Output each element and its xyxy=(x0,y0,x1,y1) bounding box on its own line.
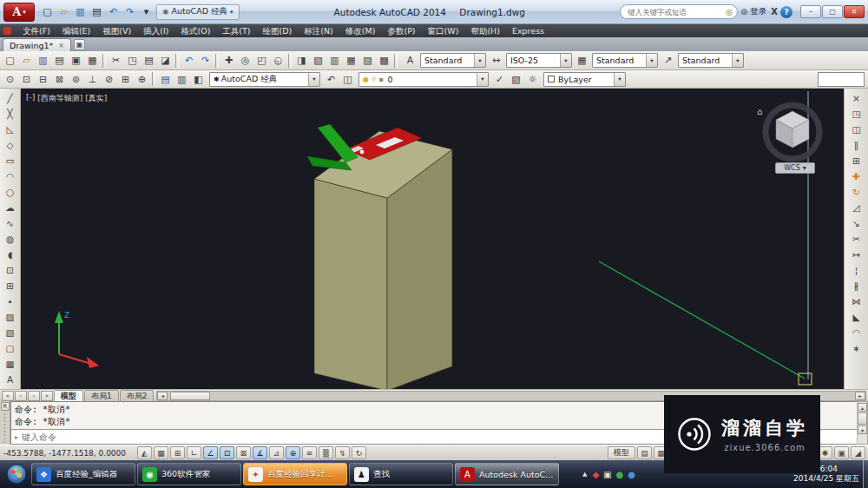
offset-tool[interactable]: ∥ xyxy=(848,137,865,152)
snap-midpoint[interactable]: ⊟ xyxy=(35,71,51,87)
layout1-tab[interactable]: 布局1 xyxy=(84,390,119,401)
next-tab-button[interactable]: › xyxy=(28,391,40,401)
infer-constraints[interactable]: ◭ xyxy=(137,446,152,459)
toolbar-lock[interactable]: ▣ xyxy=(834,446,849,459)
layer-states-manager[interactable]: ▥ xyxy=(174,71,190,87)
separator[interactable] xyxy=(215,54,219,68)
plot[interactable]: ▤ xyxy=(51,53,68,69)
qat-plot[interactable]: ▤ xyxy=(89,4,104,19)
snap-settings[interactable]: ⊕ xyxy=(134,71,150,87)
layer-walk[interactable]: ▧ xyxy=(508,71,524,87)
create-block-tool[interactable]: ⊞ xyxy=(2,278,18,293)
minimize-button[interactable]: – xyxy=(800,5,821,18)
task-qq-find[interactable]: ♟ 查找 xyxy=(349,463,453,485)
separator[interactable] xyxy=(175,54,179,68)
polygon-tool[interactable]: ◇ xyxy=(2,137,18,152)
break-tool[interactable]: ∦ xyxy=(848,278,865,293)
model-box-front-face[interactable] xyxy=(314,179,387,389)
model-green-handle-arm[interactable] xyxy=(318,124,358,162)
application-menu-button[interactable]: A ▾ xyxy=(3,3,35,22)
snap-mode[interactable]: ▦ xyxy=(154,446,168,459)
search-icon[interactable]: ◎ xyxy=(726,8,733,16)
task-baidu-jingyan-editor[interactable]: ❖ 百度经验_编辑器 xyxy=(31,463,135,485)
quick-calc[interactable]: ▩ xyxy=(376,53,392,69)
rotate-tool[interactable]: ↻ xyxy=(848,184,865,199)
line-tool[interactable]: ╱ xyxy=(2,90,18,105)
viewport-visual-style-control[interactable]: [真实] xyxy=(85,93,107,104)
revision-cloud-tool[interactable]: ☁ xyxy=(2,200,18,214)
make-object-layer-current[interactable]: ✓ xyxy=(491,71,508,87)
layer-previous[interactable]: ↶ xyxy=(323,71,339,87)
chevron-down-icon[interactable]: ▾ xyxy=(477,73,488,86)
polar-tracking[interactable]: ∠ xyxy=(203,446,218,459)
tool-palettes[interactable]: ▥ xyxy=(326,53,343,69)
mirror-tool[interactable]: ◫ xyxy=(848,122,865,136)
insert-block-tool[interactable]: ⊡ xyxy=(2,262,18,277)
spline-tool[interactable]: ∿ xyxy=(2,215,18,230)
new-drawing[interactable]: ▢ xyxy=(2,53,18,69)
menu-format[interactable]: 格式(O) xyxy=(174,24,216,37)
menu-help[interactable]: 帮助(H) xyxy=(464,24,506,37)
search-input[interactable] xyxy=(628,8,726,16)
color-control-dropdown[interactable]: ByLayer ▾ xyxy=(543,72,626,87)
mleader-style-combo[interactable]: Standard ▾ xyxy=(678,53,744,68)
object-snap[interactable]: ⊡ xyxy=(220,446,234,459)
quick-view-layouts[interactable]: ▤ xyxy=(637,446,652,459)
region-tool[interactable]: ▢ xyxy=(2,340,18,355)
object-snap-tracking[interactable]: ∡ xyxy=(253,446,267,459)
design-center[interactable]: ▧ xyxy=(310,53,326,69)
table-tool[interactable]: ▦ xyxy=(2,356,18,371)
scrollbar-thumb[interactable] xyxy=(858,412,867,425)
exchange-apps-icon[interactable]: X xyxy=(771,7,778,16)
last-tab-button[interactable]: » xyxy=(41,391,53,401)
menu-modify[interactable]: 修改(M) xyxy=(339,24,382,37)
new-document-button[interactable]: ▣ xyxy=(74,39,85,50)
copy-clipboard[interactable]: ◳ xyxy=(124,53,141,69)
menu-edit[interactable]: 编辑(E) xyxy=(56,24,96,37)
doc-tab-close-icon[interactable]: × xyxy=(58,42,64,49)
polyline-tool[interactable]: ◺ xyxy=(2,122,18,136)
gradient-tool[interactable]: ▧ xyxy=(2,325,18,340)
pan-realtime[interactable]: ✚ xyxy=(220,53,237,69)
workspace-switcher[interactable]: ✱ AutoCAD 经典 ▾ xyxy=(156,4,240,20)
multiline-text-tool[interactable]: A xyxy=(2,372,18,386)
point-tool[interactable]: ∙ xyxy=(2,293,18,308)
publish[interactable]: ▦ xyxy=(84,53,101,69)
layout2-tab[interactable]: 布局2 xyxy=(120,390,155,401)
selection-cycling[interactable]: ↻ xyxy=(352,446,366,459)
paste-clipboard[interactable]: ▤ xyxy=(141,53,157,69)
model-space-scene[interactable]: Z ⌂ xyxy=(21,89,844,389)
layer-match[interactable]: ◫ xyxy=(339,71,356,87)
rectangle-tool[interactable]: ▭ xyxy=(2,153,18,168)
snap-intersection[interactable]: ⊠ xyxy=(51,71,68,87)
ellipse-tool[interactable]: ◍ xyxy=(2,231,18,246)
scroll-left-icon[interactable]: ◂ xyxy=(157,392,168,400)
drawn-green-line[interactable] xyxy=(599,261,805,379)
chevron-down-icon[interactable]: ▾ xyxy=(474,54,485,67)
break-at-point-tool[interactable]: ¦ xyxy=(848,262,865,277)
viewcube-wcs-menu[interactable]: WCS ▾ xyxy=(775,162,815,174)
drag-handle[interactable] xyxy=(3,413,6,443)
start-button[interactable] xyxy=(3,462,30,486)
markup-set-manager[interactable]: ▨ xyxy=(359,53,376,69)
scroll-right-icon[interactable]: ▸ xyxy=(855,392,865,400)
chevron-down-icon[interactable]: ▾ xyxy=(614,73,625,86)
chevron-down-icon[interactable]: ▾ xyxy=(646,54,657,67)
chevron-down-icon[interactable]: ▾ xyxy=(308,73,319,86)
show-lineweight[interactable]: ≡ xyxy=(302,446,317,459)
plot-preview[interactable]: ▣ xyxy=(68,53,84,69)
close-button[interactable]: × xyxy=(844,5,865,18)
model-space-button[interactable]: 模型 xyxy=(608,446,635,459)
snap-perpendicular[interactable]: ⊥ xyxy=(84,71,101,87)
command-scrollbar[interactable]: ▴ ▾ xyxy=(857,401,868,445)
view-cube[interactable]: ⌂ xyxy=(757,105,819,159)
ortho-mode[interactable]: ∟ xyxy=(187,446,201,459)
menu-window[interactable]: 窗口(W) xyxy=(422,24,465,37)
close-icon[interactable]: × xyxy=(1,402,10,411)
snap-from[interactable]: ⊙ xyxy=(2,71,18,87)
help-icon[interactable]: ? xyxy=(780,6,792,18)
menu-tools[interactable]: 工具(T) xyxy=(216,24,256,37)
table-style-combo[interactable]: Standard ▾ xyxy=(592,53,658,68)
match-properties[interactable]: ◪ xyxy=(157,53,174,69)
3d-object-snap[interactable]: ⊠ xyxy=(236,446,251,459)
